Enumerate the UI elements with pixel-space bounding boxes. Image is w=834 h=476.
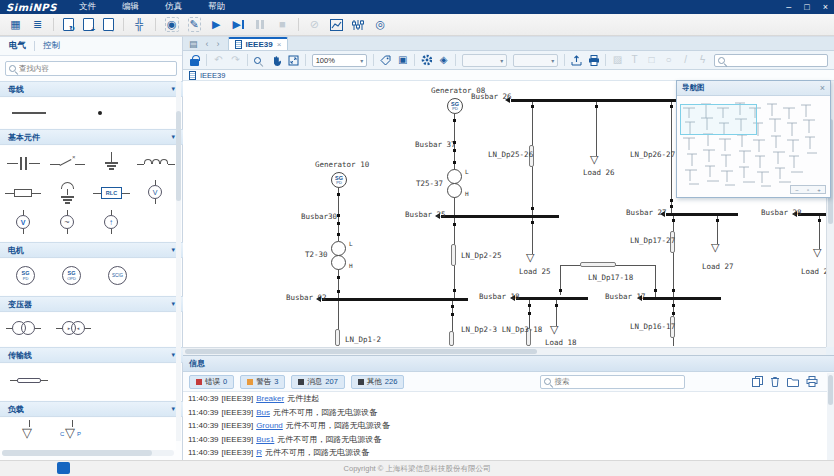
log-element-link[interactable]: R <box>256 448 262 457</box>
line-ln-dp2-3-symbol[interactable] <box>449 331 454 346</box>
resistor-item[interactable] <box>4 180 44 206</box>
redo-icon[interactable]: ↷ <box>230 55 241 65</box>
launcher-icon[interactable] <box>57 462 70 474</box>
busbar-point-item[interactable] <box>98 111 102 115</box>
file-export-icon[interactable]: → <box>103 18 114 31</box>
close-icon[interactable]: × <box>820 83 825 93</box>
busbar-02[interactable] <box>322 298 468 301</box>
canvas-search-input[interactable] <box>728 57 824 64</box>
load-27-symbol[interactable]: ▽ <box>711 242 719 253</box>
filter-messages[interactable]: 消息 207 <box>291 375 345 389</box>
ellipse-tool-icon[interactable]: ○ <box>663 55 674 65</box>
text-tool-icon[interactable]: T <box>629 55 640 65</box>
edit-mode-icon[interactable]: ✎ <box>188 17 201 32</box>
line-ln-dp1-2-symbol[interactable] <box>335 329 340 346</box>
nav-zoom-control[interactable]: −▫+ <box>790 185 826 194</box>
breaker-item[interactable]: × <box>48 150 88 176</box>
minimize-button[interactable]: – <box>786 0 791 14</box>
line-ln-dp17-18-symbol[interactable] <box>580 262 616 267</box>
step-run-icon[interactable]: ▶ <box>232 17 245 32</box>
stop-icon[interactable]: ■ <box>276 17 289 32</box>
current-source-item[interactable]: ↑ <box>92 210 132 236</box>
filter-others[interactable]: 其他 226 <box>351 375 405 389</box>
lock-icon[interactable] <box>189 55 200 66</box>
file-add-icon[interactable]: + <box>83 18 94 31</box>
undo-icon[interactable]: ↶ <box>213 55 224 65</box>
menu-help[interactable]: 帮助 <box>208 1 225 13</box>
sg-pd-machine-item[interactable]: SG PD <box>16 266 35 285</box>
zoom-level-select[interactable]: 100% ▾ <box>312 54 368 67</box>
menu-file[interactable]: 文件 <box>79 1 96 13</box>
print-log-icon[interactable] <box>806 376 818 387</box>
pause-icon[interactable] <box>254 17 267 32</box>
nav-viewport-rect[interactable] <box>680 104 757 135</box>
section-loads[interactable]: 负载 ▾ <box>0 401 183 417</box>
sidebar-vertical-scrollbar[interactable] <box>176 81 181 441</box>
log-search[interactable] <box>540 375 685 389</box>
menu-edit[interactable]: 编辑 <box>122 1 139 13</box>
busbar-17[interactable] <box>643 297 721 300</box>
menu-simulation[interactable]: 仿真 <box>165 1 182 13</box>
scope-icon[interactable]: ◎ <box>374 17 387 32</box>
ac-source-item[interactable]: ~ <box>48 210 88 236</box>
tab-list-icon[interactable]: ▤ <box>189 39 198 49</box>
nav-minimap[interactable]: −▫+ <box>677 96 830 197</box>
busbar-28[interactable] <box>798 213 826 216</box>
transformer-t25-37-symbol[interactable] <box>447 169 462 184</box>
insert-image-icon[interactable]: ▨ <box>612 55 623 65</box>
rect-tool-icon[interactable]: □ <box>646 55 657 65</box>
section-transformers[interactable]: 变压器 ▾ <box>0 296 183 312</box>
run-icon[interactable]: ▶ <box>210 17 223 32</box>
log-scrollbar[interactable] <box>827 373 834 461</box>
layers-icon[interactable]: ◈ <box>438 55 449 65</box>
tab-control[interactable]: 控制 <box>43 40 60 52</box>
open-log-folder-icon[interactable] <box>787 377 799 387</box>
tab-prev-icon[interactable]: ‹ <box>206 39 209 49</box>
parameters-icon[interactable] <box>352 17 365 32</box>
surge-arrester-item[interactable] <box>48 180 88 206</box>
polyline-tool-icon[interactable]: ϟ <box>697 55 708 65</box>
generator-10-symbol[interactable]: SGPD <box>331 172 347 188</box>
line-tool-icon[interactable]: / <box>680 55 691 65</box>
chart-icon[interactable] <box>330 17 343 32</box>
fit-screen-icon[interactable] <box>288 55 299 66</box>
load-18-symbol[interactable]: ▽ <box>550 324 558 335</box>
export-icon[interactable] <box>571 55 582 66</box>
transformer-t25-37-symbol[interactable] <box>447 183 462 198</box>
voltmeter-item[interactable]: V <box>136 180 176 206</box>
project-list-icon[interactable]: ≣ <box>31 17 44 32</box>
busbar-18[interactable] <box>516 297 588 300</box>
zoom-icon[interactable] <box>254 57 265 64</box>
target-mode-icon[interactable]: ◉ <box>165 17 179 32</box>
log-element-link[interactable]: Bus1 <box>256 435 274 444</box>
copy-log-icon[interactable] <box>752 376 763 387</box>
style-select-1[interactable]: ▾ <box>462 54 507 67</box>
rlc-branch-item[interactable]: RLC <box>92 180 132 206</box>
print-icon[interactable] <box>588 55 599 66</box>
load-25-symbol[interactable]: ▽ <box>526 252 534 263</box>
voltage-meter-item[interactable]: V <box>4 210 44 236</box>
busbar-line-item[interactable] <box>12 112 46 114</box>
tab-next-icon[interactable]: › <box>217 39 220 49</box>
transformer-t2-30-symbol[interactable] <box>331 241 346 256</box>
transformer-t2-30-symbol[interactable] <box>331 255 346 270</box>
inductor-item[interactable] <box>136 150 176 176</box>
close-button[interactable]: × <box>823 0 828 14</box>
nav-panel-header[interactable]: 导航图 × <box>677 81 830 96</box>
generator-08-symbol[interactable]: SGPD <box>447 98 463 114</box>
clear-log-icon[interactable] <box>770 376 780 387</box>
settings-gear-icon[interactable] <box>421 54 432 66</box>
section-busbar[interactable]: 母线 ▾ <box>0 81 183 97</box>
tab-ieee39[interactable]: IEEE39 × <box>228 37 289 50</box>
section-basic-components[interactable]: 基本元件 ▾ <box>0 129 183 145</box>
tab-close-icon[interactable]: × <box>277 40 282 49</box>
section-machines[interactable]: 电机 ▾ <box>0 242 183 258</box>
log-search-input[interactable] <box>554 377 681 386</box>
canvas-horizontal-scrollbar[interactable] <box>183 347 826 355</box>
ground-item[interactable] <box>92 150 132 176</box>
pan-hand-icon[interactable] <box>271 55 282 66</box>
canvas-search[interactable] <box>714 54 828 67</box>
maximize-button[interactable]: □ <box>804 0 809 14</box>
scig-machine-item[interactable]: SCIG <box>108 266 127 285</box>
section-transmission-lines[interactable]: 传输线 ▾ <box>0 347 183 363</box>
